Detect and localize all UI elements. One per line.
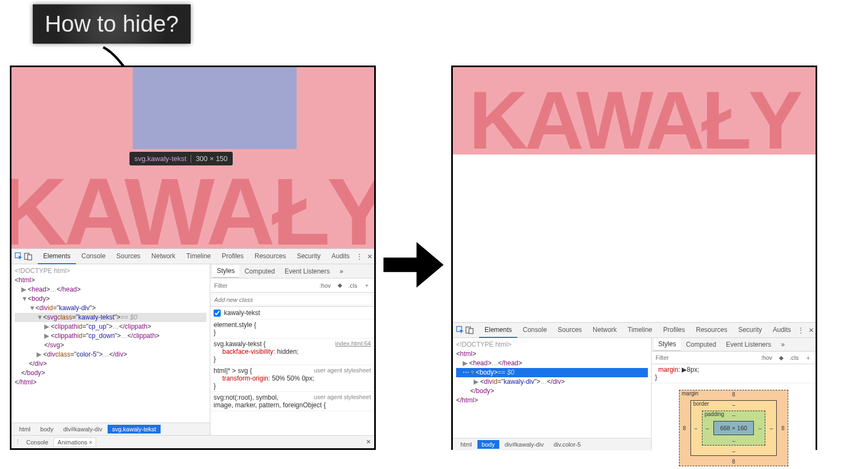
dom-doctype: <!DOCTYPE html> xyxy=(15,266,70,276)
page-whitespace xyxy=(453,155,816,322)
tab-elements[interactable]: Elements xyxy=(38,249,76,264)
tab-sources[interactable]: Sources xyxy=(552,323,587,338)
tab-console[interactable]: Console xyxy=(76,249,111,264)
crumb[interactable]: body xyxy=(36,425,58,434)
tab-network[interactable]: Network xyxy=(146,249,181,264)
annotation-text: How to hide? xyxy=(45,11,179,37)
crumb[interactable]: div#kawaly-div xyxy=(500,440,548,449)
tab-audits[interactable]: Audits xyxy=(767,323,796,338)
tab-timeline[interactable]: Timeline xyxy=(622,323,658,338)
inspect-icon[interactable] xyxy=(15,252,23,262)
more-icon[interactable]: » xyxy=(335,265,348,277)
tab-security[interactable]: Security xyxy=(733,323,767,338)
drawer-tab-animations[interactable]: Animations × xyxy=(54,437,96,447)
class-toggle-row[interactable]: kawaly-tekst xyxy=(210,307,374,319)
expander-icon[interactable]: ▶ xyxy=(21,285,28,294)
styles-tab-styles[interactable]: Styles xyxy=(654,338,681,351)
expander-icon[interactable]: ▶ xyxy=(44,322,51,331)
tab-console[interactable]: Console xyxy=(517,323,552,338)
crumb-active[interactable]: body xyxy=(477,440,499,449)
kebab-icon[interactable]: ⋮ xyxy=(356,253,363,260)
add-class-input[interactable] xyxy=(213,295,371,304)
crumb[interactable]: div.color-5 xyxy=(549,440,585,449)
box-model[interactable]: margin 8 8 8 8 border – – – – xyxy=(652,383,816,469)
cls-button[interactable]: .cls xyxy=(347,282,359,289)
devtools-drawer: ⋮ Console Animations × ✕ xyxy=(11,435,374,448)
devtools: Elements Console Sources Network Timelin… xyxy=(453,322,816,450)
tag-icon[interactable]: ◆ xyxy=(336,282,344,289)
hov-button[interactable]: :hov xyxy=(759,354,774,361)
add-rule-icon[interactable]: ＋ xyxy=(804,354,813,362)
styles-tab-listeners[interactable]: Event Listeners xyxy=(722,339,776,351)
drawer-tab-console[interactable]: Console xyxy=(26,439,48,446)
tab-profiles[interactable]: Profiles xyxy=(216,249,249,264)
styles-tab-styles[interactable]: Styles xyxy=(212,265,239,278)
cls-button[interactable]: .cls xyxy=(788,354,801,361)
expander-icon[interactable]: ▶ xyxy=(463,359,469,368)
breadcrumb: html body div#kawaly-div div.color-5 xyxy=(453,438,651,450)
styles-tab-computed[interactable]: Computed xyxy=(682,339,721,351)
styles-tab-listeners[interactable]: Event Listeners xyxy=(280,265,334,277)
drawer-kebab-icon[interactable]: ⋮ xyxy=(15,438,21,446)
expander-icon[interactable]: ▼ xyxy=(21,294,28,304)
close-devtools-icon[interactable]: ✕ xyxy=(367,253,373,260)
box-model-content: 668 × 160 xyxy=(713,421,754,435)
breadcrumb: html body div#kawaly-div svg.kawaly-teks… xyxy=(11,423,210,435)
expander-icon[interactable]: ▼ xyxy=(37,313,43,322)
class-checkbox[interactable] xyxy=(214,310,221,317)
styles-pane: Styles Computed Event Listeners » :hov ◆… xyxy=(652,338,816,450)
inspect-icon[interactable] xyxy=(456,325,464,335)
source-link[interactable]: index.html:64 xyxy=(335,340,371,347)
tab-sources[interactable]: Sources xyxy=(111,249,146,264)
tab-resources[interactable]: Resources xyxy=(690,323,733,338)
expander-icon[interactable]: ▶ xyxy=(44,331,51,341)
annotation-callout: How to hide? xyxy=(33,4,191,44)
tab-elements[interactable]: Elements xyxy=(479,323,517,338)
hov-button[interactable]: :hov xyxy=(318,282,333,289)
close-drawer-icon[interactable]: ✕ xyxy=(366,438,371,446)
tab-audits[interactable]: Audits xyxy=(326,249,355,264)
tab-network[interactable]: Network xyxy=(587,323,622,338)
tab-profiles[interactable]: Profiles xyxy=(658,323,690,338)
styles-filter-input[interactable] xyxy=(213,281,315,290)
more-icon[interactable]: » xyxy=(777,339,789,351)
device-toggle-icon[interactable] xyxy=(24,252,32,262)
tab-timeline[interactable]: Timeline xyxy=(181,249,216,264)
crumb[interactable]: div#kawaly-div xyxy=(59,425,107,434)
dom-tree[interactable]: <!DOCTYPE html> <html> ▶<head>…</head> ⋯… xyxy=(453,338,651,438)
close-devtools-icon[interactable]: ✕ xyxy=(808,326,814,334)
expander-icon[interactable]: ▶ xyxy=(37,350,43,359)
tooltip-selector: svg.kawaly-tekst xyxy=(134,155,186,163)
crumb-active[interactable]: svg.kawaly-tekst xyxy=(108,425,161,434)
transition-arrow-icon xyxy=(383,235,444,295)
styles-filter-input[interactable] xyxy=(654,353,756,362)
page-render-area: KAWAŁY svg.kawaly-tekst 300 × 150 xyxy=(11,67,374,248)
class-name: kawaly-tekst xyxy=(224,309,260,317)
crumb[interactable]: html xyxy=(15,425,35,434)
kebab-icon[interactable]: ⋮ xyxy=(798,326,804,334)
banner-text: KAWAŁY xyxy=(469,79,800,155)
dom-selected-line[interactable]: ⋯▼<body> == $0 xyxy=(456,368,648,377)
styles-pane: Styles Computed Event Listeners » :hov ◆… xyxy=(210,264,374,435)
svg-rect-2 xyxy=(28,255,32,260)
dom-pane: <!DOCTYPE html> <html> ▶<head>…</head> ▼… xyxy=(11,264,210,435)
devtools-header: Elements Console Sources Network Timelin… xyxy=(11,249,374,264)
devtools-header: Elements Console Sources Network Timelin… xyxy=(453,323,816,338)
dom-pane: <!DOCTYPE html> <html> ▶<head>…</head> ⋯… xyxy=(453,338,652,450)
expander-icon[interactable]: ▼ xyxy=(29,304,36,313)
svg-rect-5 xyxy=(469,329,474,334)
crumb[interactable]: html xyxy=(456,440,476,449)
tab-resources[interactable]: Resources xyxy=(249,249,291,264)
inspected-element-overlay xyxy=(133,67,297,149)
tab-security[interactable]: Security xyxy=(291,249,326,264)
add-rule-icon[interactable]: ＋ xyxy=(362,281,371,289)
tag-icon[interactable]: ◆ xyxy=(777,354,785,361)
screenshot-before: KAWAŁY svg.kawaly-tekst 300 × 150 Elemen… xyxy=(10,66,376,450)
dom-selected-line[interactable]: ▼<svg class="kawaly-tekst"> == $0 xyxy=(15,313,206,322)
expander-icon[interactable]: ▶ xyxy=(474,377,480,387)
devtools: Elements Console Sources Network Timelin… xyxy=(11,248,374,448)
expander-icon[interactable]: ▼ xyxy=(469,368,476,377)
device-toggle-icon[interactable] xyxy=(465,325,474,335)
styles-tab-computed[interactable]: Computed xyxy=(240,265,279,277)
dom-tree[interactable]: <!DOCTYPE html> <html> ▶<head>…</head> ▼… xyxy=(11,264,210,423)
